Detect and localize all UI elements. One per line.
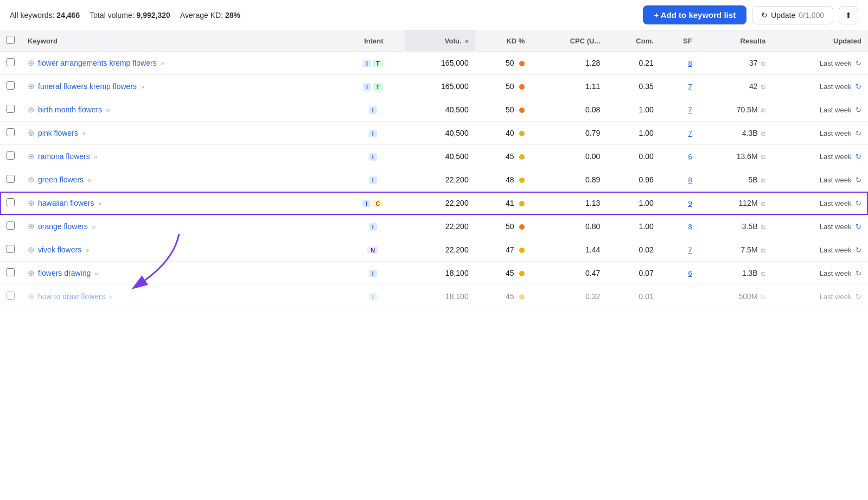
expand-icon[interactable]: »: [107, 293, 113, 301]
sf-link[interactable]: 8: [688, 176, 692, 184]
expand-icon[interactable]: »: [93, 270, 98, 277]
col-kd: KD %: [475, 30, 532, 52]
add-keyword-icon[interactable]: ⊕: [28, 81, 35, 91]
row-checkbox[interactable]: [7, 81, 15, 90]
row-checkbox[interactable]: [7, 175, 15, 183]
expand-icon[interactable]: »: [84, 246, 89, 254]
copy-icon[interactable]: ⧉: [761, 107, 765, 113]
keyword-link[interactable]: hawaiian flowers: [38, 199, 94, 207]
row-checkbox[interactable]: [7, 58, 15, 66]
select-all-checkbox[interactable]: [7, 36, 15, 44]
add-keyword-icon[interactable]: ⊕: [28, 245, 35, 254]
add-keyword-icon[interactable]: ⊕: [28, 151, 35, 161]
copy-icon[interactable]: ⧉: [761, 224, 765, 230]
cpc-cell: 0.47: [531, 262, 607, 285]
col-volume[interactable]: Volu. ≡: [405, 30, 475, 52]
refresh-row-icon[interactable]: ↻: [856, 293, 861, 301]
keyword-link[interactable]: green flowers: [38, 175, 84, 184]
export-button[interactable]: ⬆: [839, 6, 858, 24]
comp-cell: 1.00: [607, 192, 660, 215]
copy-icon[interactable]: ⧉: [761, 270, 765, 277]
sf-link[interactable]: 7: [688, 246, 692, 254]
refresh-row-icon[interactable]: ↻: [856, 176, 861, 184]
add-keyword-icon[interactable]: ⊕: [28, 58, 35, 67]
row-checkbox[interactable]: [7, 292, 15, 300]
sf-link[interactable]: 8: [688, 223, 692, 231]
sf-link[interactable]: 7: [688, 106, 692, 114]
copy-icon[interactable]: ⧉: [761, 60, 765, 67]
add-keyword-icon[interactable]: ⊕: [28, 221, 35, 231]
expand-icon[interactable]: »: [80, 130, 86, 137]
row-checkbox-cell: [0, 98, 21, 122]
refresh-row-icon[interactable]: ↻: [856, 83, 861, 91]
results-cell: 112M ⧉: [699, 192, 773, 215]
sf-link[interactable]: 7: [688, 129, 692, 137]
expand-icon[interactable]: »: [159, 60, 164, 67]
expand-icon[interactable]: »: [90, 223, 95, 231]
keyword-link[interactable]: funeral flowers kremp flowers: [38, 82, 137, 91]
add-keyword-icon[interactable]: ⊕: [28, 105, 35, 114]
row-checkbox[interactable]: [7, 245, 15, 253]
row-checkbox[interactable]: [7, 151, 15, 160]
sf-cell: 9: [660, 192, 699, 215]
refresh-row-icon[interactable]: ↻: [856, 269, 861, 277]
keyword-link[interactable]: flower arrangements kremp flowers: [38, 59, 157, 67]
comp-cell: 0.00: [607, 145, 660, 168]
kd-dot: [519, 61, 525, 66]
add-keyword-icon[interactable]: ⊕: [28, 175, 35, 184]
add-to-keyword-list-button[interactable]: + Add to keyword list: [643, 5, 746, 24]
copy-icon[interactable]: ⧉: [761, 177, 765, 183]
add-keyword-icon[interactable]: ⊕: [28, 292, 35, 301]
refresh-row-icon[interactable]: ↻: [856, 106, 861, 114]
keyword-link[interactable]: flowers drawing: [38, 269, 91, 277]
expand-icon[interactable]: »: [92, 153, 98, 161]
refresh-row-icon[interactable]: ↻: [856, 199, 861, 207]
cpc-cell: 0.00: [531, 145, 607, 168]
keyword-link[interactable]: pink flowers: [38, 129, 78, 137]
results-cell: 5B ⧉: [699, 168, 773, 192]
keyword-link[interactable]: orange flowers: [38, 222, 88, 231]
updated-cell: Last week ↻: [772, 168, 868, 192]
expand-icon[interactable]: »: [139, 83, 144, 91]
sf-link[interactable]: 6: [688, 269, 692, 277]
expand-icon[interactable]: »: [104, 106, 110, 114]
keyword-link[interactable]: vivek flowers: [38, 245, 81, 254]
copy-icon[interactable]: ⧉: [761, 247, 765, 254]
copy-icon[interactable]: ⧉: [761, 294, 765, 300]
refresh-row-icon[interactable]: ↻: [856, 223, 861, 231]
refresh-row-icon[interactable]: ↻: [856, 59, 861, 67]
keyword-link[interactable]: birth month flowers: [38, 105, 102, 114]
row-checkbox[interactable]: [7, 128, 15, 136]
refresh-icon: ↻: [761, 11, 768, 20]
row-checkbox-cell: [0, 262, 21, 285]
copy-icon[interactable]: ⧉: [761, 200, 765, 207]
sf-link[interactable]: 8: [688, 59, 692, 67]
refresh-row-icon[interactable]: ↻: [856, 246, 861, 254]
keyword-link[interactable]: how to draw flowers: [38, 292, 105, 301]
copy-icon[interactable]: ⧉: [761, 130, 765, 137]
volume-cell: 18,100: [405, 262, 475, 285]
refresh-row-icon[interactable]: ↻: [856, 129, 861, 137]
add-keyword-icon[interactable]: ⊕: [28, 268, 35, 277]
add-keyword-icon[interactable]: ⊕: [28, 128, 35, 137]
copy-icon[interactable]: ⧉: [761, 84, 765, 90]
kd-cell: 40: [475, 122, 532, 145]
intent-cell: N: [343, 238, 404, 262]
sf-link[interactable]: 7: [688, 83, 692, 91]
row-checkbox[interactable]: [7, 268, 15, 276]
refresh-row-icon[interactable]: ↻: [856, 153, 861, 161]
sf-link[interactable]: 6: [688, 153, 692, 161]
sf-link[interactable]: 9: [688, 199, 692, 207]
intent-badge-c: C: [372, 200, 383, 207]
expand-icon[interactable]: »: [97, 200, 102, 207]
row-checkbox[interactable]: [7, 221, 15, 230]
row-checkbox[interactable]: [7, 105, 15, 113]
kd-cell: 50: [475, 52, 532, 75]
row-checkbox[interactable]: [7, 198, 15, 206]
copy-icon[interactable]: ⧉: [761, 154, 765, 160]
update-button[interactable]: ↻ Update 0/1,000: [752, 6, 833, 24]
expand-icon[interactable]: »: [86, 176, 91, 184]
volume-cell: 40,500: [405, 122, 475, 145]
keyword-link[interactable]: ramona flowers: [38, 152, 90, 161]
add-keyword-icon[interactable]: ⊕: [28, 198, 35, 207]
